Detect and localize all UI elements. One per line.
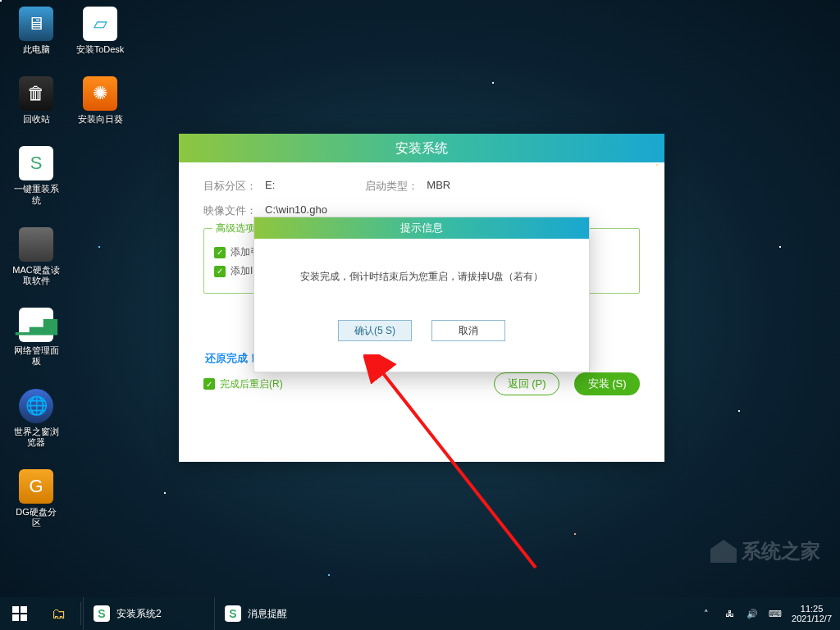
chk-reboot[interactable]: ✓ 完成后重启(R): [203, 377, 283, 391]
icon-net-panel[interactable]: ▁▃▆ 网络管理面板: [11, 308, 61, 367]
task-message[interactable]: S 消息提醒: [214, 597, 345, 630]
svg-rect-4: [21, 614, 27, 621]
desktop-icons-col1: 🖥 此电脑 🗑 回收站 S 一键重装系统 MAC硬盘读取软件 ▁▃▆ 网络管理面…: [11, 7, 61, 528]
check-icon: ✓: [203, 378, 215, 390]
desktop: 🖥 此电脑 🗑 回收站 S 一键重装系统 MAC硬盘读取软件 ▁▃▆ 网络管理面…: [0, 0, 840, 597]
svg-rect-2: [21, 606, 27, 613]
monitor-icon: 🖥: [27, 13, 45, 34]
start-button[interactable]: [0, 597, 39, 630]
task-installer[interactable]: S 安装系统2: [83, 597, 214, 630]
chevron-up-icon[interactable]: ˄: [700, 607, 713, 620]
icon-reinstall[interactable]: S 一键重装系统: [11, 146, 61, 205]
bars-icon: ▁▃▆: [16, 314, 57, 336]
globe-icon: 🌐: [25, 395, 48, 417]
taskbar: 🗂 S 安装系统2 S 消息提醒 ˄ 🖧 🔊 ⌨ 11:25 2021/12/7: [0, 597, 840, 630]
dg-icon: G: [29, 476, 43, 497]
dialog-message: 安装完成，倒计时结束后为您重启，请拔掉U盘（若有）: [254, 270, 589, 284]
icon-browser[interactable]: 🌐 世界之窗浏览器: [11, 389, 61, 448]
target-value: E:: [265, 179, 275, 194]
todesk-icon: ▱: [94, 13, 107, 34]
confirm-button[interactable]: 确认(5 S): [338, 320, 412, 341]
boot-label: 启动类型：: [365, 179, 418, 194]
dialog-title: 提示信息: [254, 217, 589, 239]
check-icon: ✓: [214, 266, 226, 277]
install-button[interactable]: 安装 (S): [574, 372, 640, 395]
clock[interactable]: 11:25 2021/12/7: [792, 604, 832, 623]
installer-title: 安装系统: [179, 134, 664, 162]
icon-this-pc[interactable]: 🖥 此电脑: [11, 7, 61, 55]
explorer-button[interactable]: 🗂: [39, 597, 79, 630]
advanced-legend: 高级选项: [212, 221, 258, 235]
icon-recycle-bin[interactable]: 🗑 回收站: [11, 76, 61, 125]
keyboard-icon[interactable]: ⌨: [769, 607, 782, 620]
windows-icon: [12, 606, 27, 621]
svg-rect-3: [12, 614, 19, 621]
sunflower-icon: ✺: [93, 83, 107, 104]
target-label: 目标分区：: [203, 179, 257, 194]
image-value: C:\win10.gho: [265, 203, 327, 218]
watermark-logo-icon: [710, 540, 737, 563]
icon-diskgenius[interactable]: G DG硬盘分区: [11, 469, 61, 528]
folder-icon: 🗂: [52, 605, 66, 623]
bin-icon: 🗑: [27, 83, 45, 104]
icon-mac-read[interactable]: MAC硬盘读取软件: [11, 227, 61, 286]
check-icon: ✓: [214, 247, 226, 258]
icon-sunflower[interactable]: ✺ 安装向日葵: [75, 76, 125, 125]
volume-icon[interactable]: 🔊: [746, 607, 759, 620]
desktop-icons-col2: ▱ 安装ToDesk ✺ 安装向日葵: [75, 7, 125, 125]
cancel-button[interactable]: 取消: [431, 320, 505, 341]
message-dialog: 提示信息 安装完成，倒计时结束后为您重启，请拔掉U盘（若有） 确认(5 S) 取…: [254, 217, 589, 372]
system-tray: ˄ 🖧 🔊 ⌨ 11:25 2021/12/7: [692, 604, 840, 623]
icon-todesk[interactable]: ▱ 安装ToDesk: [75, 7, 125, 55]
boot-value: MBR: [427, 179, 450, 194]
s-icon: S: [30, 153, 43, 174]
svg-rect-1: [12, 606, 19, 613]
image-label: 映像文件：: [203, 203, 257, 218]
back-button[interactable]: 返回 (P): [494, 372, 559, 395]
app-icon: S: [225, 605, 241, 622]
watermark: 系统之家: [710, 538, 820, 564]
app-icon: S: [94, 605, 110, 622]
network-icon[interactable]: 🖧: [723, 607, 736, 620]
